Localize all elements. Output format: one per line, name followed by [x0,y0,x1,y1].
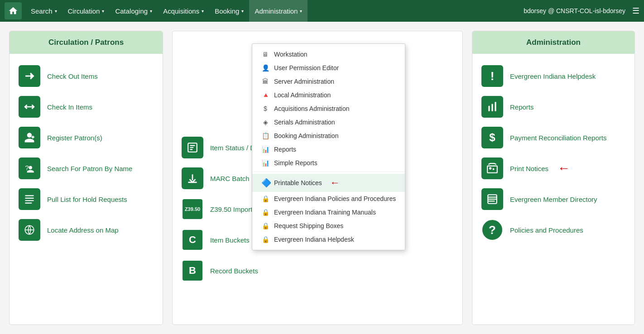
policies-dd-icon: 🔒 [261,195,269,202]
print-notices-item[interactable]: Print Notices ← [481,153,625,184]
hamburger-menu[interactable]: ☰ [632,6,639,16]
nav-search[interactable]: Search ▾ [25,0,62,22]
item-buckets-icon: C [182,229,203,251]
svg-rect-15 [495,102,496,111]
checkin-icon [19,96,40,118]
admin-panel-body: ! Evergreen Indiana Helpdesk Reports $ [472,54,634,252]
print-notices-arrow: ← [557,161,570,176]
simple-reports-icon: 📊 [261,159,269,167]
svg-rect-5 [25,198,34,199]
reports-item[interactable]: Reports [481,91,625,122]
printable-notices-icon: 🔷 [261,178,269,188]
top-navigation: Search ▾ Circulation ▾ Cataloging ▾ Acqu… [0,0,644,22]
dd-shipping[interactable]: 🔒 Request Shipping Boxes [252,219,405,233]
map-item[interactable]: Locate Address on Map [19,215,154,245]
serials-admin-icon: ◈ [261,119,269,126]
dd-serials-admin[interactable]: ◈ Serials Administration [252,115,405,129]
helpdesk-dd-icon: 🔒 [261,236,269,243]
member-dir-icon [481,188,503,210]
dd-policies[interactable]: 🔒 Evergreen Indiana Policies and Procedu… [252,192,405,205]
checkout-icon [19,65,40,87]
booking-admin-icon: 📋 [261,132,269,139]
dd-server-admin[interactable]: 🏛 Server Administration [252,75,405,88]
nav-acquisitions[interactable]: Acquisitions ▾ [158,0,209,22]
dd-helpdesk[interactable]: 🔒 Evergreen Indiana Helpdesk [252,233,405,246]
checkout-item[interactable]: Check Out Items [19,61,154,91]
svg-rect-16 [487,166,497,173]
user-info: bdorsey @ CNSRT-COL-isl-bdorsey ☰ [524,6,639,16]
search-patron-icon: ? [19,157,40,179]
admin-panel: Administration ! Evergreen Indiana Helpd… [472,31,635,325]
dd-printable-notices[interactable]: 🔷 Printable Notices ← [252,174,405,192]
marc-batch-icon [182,167,203,189]
main-content: Circulation / Patrons Check Out Items [0,22,644,334]
admin-panel-header: Administration [472,31,634,54]
record-buckets-item[interactable]: B Record Buckets [182,255,453,286]
printable-notices-arrow: ← [330,177,340,189]
helpdesk-item[interactable]: ! Evergreen Indiana Helpdesk [481,61,625,91]
svg-rect-7 [25,203,32,204]
circulation-caret: ▾ [102,9,104,14]
dd-workstation[interactable]: 🖥 Workstation [252,48,405,61]
dd-acq-admin[interactable]: $ Acquisitions Administration [252,102,405,115]
policies-admin-item[interactable]: ? Policies and Procedures [481,215,625,245]
register-icon [19,127,40,148]
user-permission-icon: 👤 [261,64,269,72]
svg-rect-20 [488,199,497,200]
nav-booking[interactable]: Booking ▾ [209,0,249,22]
member-dir-item[interactable]: Evergreen Member Directory [481,184,625,215]
reports-icon [481,96,503,118]
svg-rect-14 [491,104,493,111]
search-patron-item[interactable]: ? Search For Patron By Name [19,153,154,184]
circulation-panel-header: Circulation / Patrons [10,31,163,54]
search-caret: ▾ [55,9,57,14]
cataloging-caret: ▾ [150,9,152,14]
administration-caret: ▾ [300,9,302,14]
helpdesk-icon: ! [481,65,503,87]
svg-rect-13 [488,106,490,111]
local-admin-icon: 🔺 [261,91,269,99]
dd-user-permission[interactable]: 👤 User Permission Editor [252,61,405,75]
dd-local-admin[interactable]: 🔺 Local Administration [252,88,405,102]
svg-rect-21 [488,200,495,201]
dd-training[interactable]: 🔒 Evergreen Indiana Training Manuals [252,205,405,219]
svg-rect-12 [188,182,197,183]
dd-booking-admin[interactable]: 📋 Booking Administration [252,129,405,143]
z3950-icon: Z39.50 [182,198,203,220]
svg-rect-6 [25,200,34,201]
booking-caret: ▾ [241,9,244,14]
map-icon [19,219,40,241]
workstation-icon: 🖥 [261,51,269,58]
training-icon: 🔒 [261,209,269,216]
item-status-icon [182,137,203,158]
nav-circulation[interactable]: Circulation ▾ [62,0,110,22]
circulation-panel: Circulation / Patrons Check Out Items [9,31,163,325]
administration-dropdown: 🖥 Workstation 👤 User Permission Editor 🏛… [252,43,405,250]
circulation-panel-body: Check Out Items Check In Items [10,54,163,252]
print-notices-icon [481,157,503,179]
checkin-item[interactable]: Check In Items [19,91,154,122]
dd-simple-reports[interactable]: 📊 Simple Reports [252,156,405,170]
record-buckets-icon: B [182,260,203,282]
payment-reports-icon: $ [481,127,503,148]
nav-administration[interactable]: Administration ▾ [249,0,308,22]
shipping-icon: 🔒 [261,222,269,229]
svg-point-17 [490,167,491,169]
dd-reports[interactable]: 📊 Reports [252,143,405,156]
svg-rect-4 [25,195,34,196]
dd-reports-icon: 📊 [261,146,269,153]
pull-list-item[interactable]: Pull List for Hold Requests [19,184,154,215]
acq-admin-icon: $ [261,105,269,112]
nav-cataloging[interactable]: Cataloging ▾ [110,0,158,22]
home-button[interactable] [5,2,22,19]
acquisitions-caret: ▾ [202,9,204,14]
payment-reports-item[interactable]: $ Payment Reconciliation Reports [481,122,625,153]
svg-rect-19 [488,197,497,198]
policies-admin-icon: ? [481,219,503,241]
server-admin-icon: 🏛 [261,78,269,85]
register-patron-item[interactable]: Register Patron(s) [19,122,154,153]
pull-list-icon [19,188,40,210]
